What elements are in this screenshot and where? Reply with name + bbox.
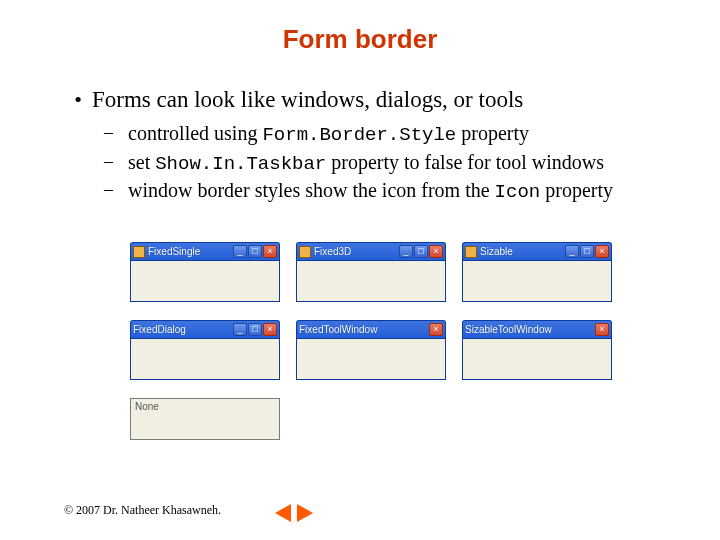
close-icon: × (595, 323, 609, 336)
sample-sizable: Sizable _ □ × (462, 242, 612, 302)
next-slide-button[interactable] (297, 504, 313, 522)
window-client-area (130, 338, 280, 380)
code-run: Form.Border.Style (262, 124, 456, 146)
window-title: SizableToolWindow (465, 324, 593, 335)
window-client-area (296, 260, 446, 302)
text-run: set (128, 151, 155, 173)
slide-body: • Forms can look like windows, dialogs, … (64, 86, 660, 207)
text-run: property (540, 179, 613, 201)
dash-icon: – (104, 178, 128, 201)
bullet-level2: – set Show.In.Taskbar property to false … (104, 150, 660, 177)
code-run: Show.In.Taskbar (155, 153, 326, 175)
sample-fixedtoolwindow: FixedToolWindow × (296, 320, 446, 380)
dash-icon: – (104, 121, 128, 144)
bullet-text: window border styles show the icon from … (128, 178, 660, 205)
minimize-icon: _ (233, 245, 247, 258)
bullet-icon: • (64, 86, 92, 114)
text-run: property to false for tool windows (326, 151, 604, 173)
window-titlebar: Fixed3D _ □ × (296, 242, 446, 260)
code-run: Icon (495, 181, 541, 203)
sample-none: None (130, 398, 280, 440)
window-title: Sizable (480, 246, 563, 257)
sample-fixedsingle: FixedSingle _ □ × (130, 242, 280, 302)
maximize-icon: □ (248, 245, 262, 258)
maximize-icon: □ (414, 245, 428, 258)
close-icon: × (429, 323, 443, 336)
window-title: None (131, 399, 279, 414)
window-client-area (462, 260, 612, 302)
bullet-level2: – controlled using Form.Border.Style pro… (104, 121, 660, 148)
close-icon: × (429, 245, 443, 258)
text-run: window border styles show the icon from … (128, 179, 495, 201)
prev-slide-button[interactable] (275, 504, 291, 522)
slide-nav (275, 504, 313, 522)
window-titlebar: FixedSingle _ □ × (130, 242, 280, 260)
window-titlebar: FixedToolWindow × (296, 320, 446, 338)
slide-title: Form border (0, 24, 720, 55)
text-run: controlled using (128, 122, 262, 144)
bullet-text: Forms can look like windows, dialogs, or… (92, 86, 660, 115)
window-app-icon (465, 246, 477, 258)
window-title: FixedToolWindow (299, 324, 427, 335)
window-title: FixedSingle (148, 246, 231, 257)
window-titlebar: FixedDialog _ □ × (130, 320, 280, 338)
dash-icon: – (104, 150, 128, 173)
window-client-area (130, 260, 280, 302)
window-titlebar: SizableToolWindow × (462, 320, 612, 338)
window-client-area (462, 338, 612, 380)
copyright-text: © 2007 Dr. Natheer Khasawneh. (64, 503, 221, 518)
text-run: property (456, 122, 529, 144)
minimize-icon: _ (399, 245, 413, 258)
bullet-text: set Show.In.Taskbar property to false fo… (128, 150, 660, 177)
window-title: Fixed3D (314, 246, 397, 257)
window-app-icon (133, 246, 145, 258)
sample-sizabletoolwindow: SizableToolWindow × (462, 320, 612, 380)
bullet-level1: • Forms can look like windows, dialogs, … (64, 86, 660, 115)
close-icon: × (263, 323, 277, 336)
bullet-level2: – window border styles show the icon fro… (104, 178, 660, 205)
window-client-area (296, 338, 446, 380)
maximize-icon: □ (248, 323, 262, 336)
sample-fixeddialog: FixedDialog _ □ × (130, 320, 280, 380)
close-icon: × (263, 245, 277, 258)
minimize-icon: _ (565, 245, 579, 258)
window-app-icon (299, 246, 311, 258)
window-title: FixedDialog (133, 324, 231, 335)
form-samples-gallery: FixedSingle _ □ × Fixed3D _ □ × (130, 242, 630, 440)
sample-fixed3d: Fixed3D _ □ × (296, 242, 446, 302)
maximize-icon: □ (580, 245, 594, 258)
window-client-area: None (130, 398, 280, 440)
bullet-text: controlled using Form.Border.Style prope… (128, 121, 660, 148)
minimize-icon: _ (233, 323, 247, 336)
window-titlebar: Sizable _ □ × (462, 242, 612, 260)
close-icon: × (595, 245, 609, 258)
